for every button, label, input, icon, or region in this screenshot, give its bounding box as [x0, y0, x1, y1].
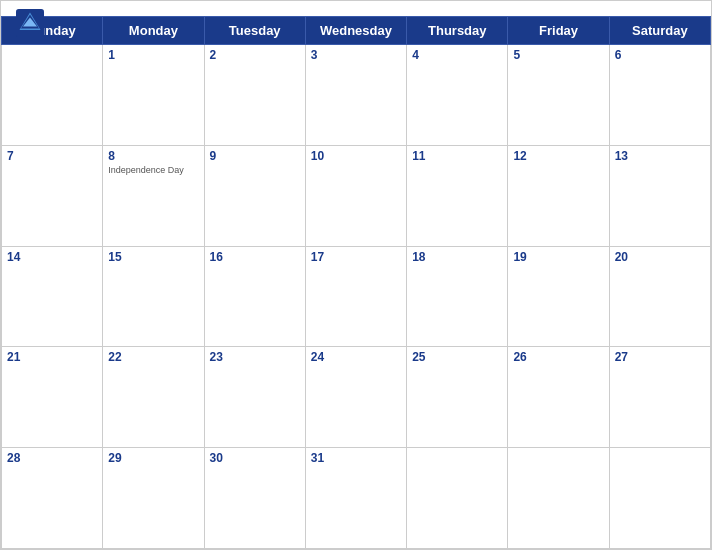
calendar-cell: 30	[204, 448, 305, 549]
calendar-cell: 10	[305, 145, 406, 246]
day-number: 8	[108, 149, 198, 163]
generalblue-logo-icon	[16, 9, 44, 37]
calendar-cell: 27	[609, 347, 710, 448]
calendar-cell: 8Independence Day	[103, 145, 204, 246]
weekday-header-wednesday: Wednesday	[305, 17, 406, 45]
calendar-cell: 20	[609, 246, 710, 347]
calendar-week-row: 28293031	[2, 448, 711, 549]
day-number: 4	[412, 48, 502, 62]
logo-area	[16, 9, 47, 37]
calendar-cell	[2, 45, 103, 146]
calendar-table: SundayMondayTuesdayWednesdayThursdayFrid…	[1, 16, 711, 549]
day-number: 9	[210, 149, 300, 163]
day-number: 5	[513, 48, 603, 62]
weekday-header-saturday: Saturday	[609, 17, 710, 45]
weekday-header-monday: Monday	[103, 17, 204, 45]
calendar-cell: 21	[2, 347, 103, 448]
calendar-cell: 13	[609, 145, 710, 246]
calendar-cell: 25	[407, 347, 508, 448]
day-number: 16	[210, 250, 300, 264]
weekday-header-thursday: Thursday	[407, 17, 508, 45]
calendar-cell: 29	[103, 448, 204, 549]
day-number: 26	[513, 350, 603, 364]
calendar-cell: 28	[2, 448, 103, 549]
calendar-cell: 19	[508, 246, 609, 347]
day-number: 18	[412, 250, 502, 264]
day-number: 12	[513, 149, 603, 163]
day-number: 22	[108, 350, 198, 364]
day-number: 11	[412, 149, 502, 163]
calendar-cell: 3	[305, 45, 406, 146]
calendar-cell: 17	[305, 246, 406, 347]
calendar-cell	[508, 448, 609, 549]
calendar-week-row: 21222324252627	[2, 347, 711, 448]
calendar-container: SundayMondayTuesdayWednesdayThursdayFrid…	[0, 0, 712, 550]
day-number: 28	[7, 451, 97, 465]
weekday-header-friday: Friday	[508, 17, 609, 45]
day-number: 2	[210, 48, 300, 62]
calendar-cell: 26	[508, 347, 609, 448]
day-number: 24	[311, 350, 401, 364]
calendar-cell: 7	[2, 145, 103, 246]
calendar-cell: 14	[2, 246, 103, 347]
calendar-cell: 31	[305, 448, 406, 549]
day-number: 7	[7, 149, 97, 163]
calendar-week-row: 78Independence Day910111213	[2, 145, 711, 246]
calendar-cell	[407, 448, 508, 549]
day-number: 19	[513, 250, 603, 264]
calendar-cell: 11	[407, 145, 508, 246]
day-number: 30	[210, 451, 300, 465]
calendar-cell: 6	[609, 45, 710, 146]
day-number: 13	[615, 149, 705, 163]
day-number: 3	[311, 48, 401, 62]
day-number: 29	[108, 451, 198, 465]
calendar-header	[1, 1, 711, 16]
day-number: 10	[311, 149, 401, 163]
day-number: 23	[210, 350, 300, 364]
day-number: 20	[615, 250, 705, 264]
calendar-cell: 24	[305, 347, 406, 448]
day-number: 14	[7, 250, 97, 264]
calendar-cell: 2	[204, 45, 305, 146]
calendar-cell	[609, 448, 710, 549]
calendar-cell: 15	[103, 246, 204, 347]
calendar-cell: 12	[508, 145, 609, 246]
weekday-header-tuesday: Tuesday	[204, 17, 305, 45]
calendar-cell: 16	[204, 246, 305, 347]
day-number: 25	[412, 350, 502, 364]
calendar-cell: 1	[103, 45, 204, 146]
calendar-cell: 5	[508, 45, 609, 146]
calendar-cell: 9	[204, 145, 305, 246]
day-number: 15	[108, 250, 198, 264]
calendar-week-row: 14151617181920	[2, 246, 711, 347]
day-number: 6	[615, 48, 705, 62]
calendar-cell: 23	[204, 347, 305, 448]
calendar-cell: 18	[407, 246, 508, 347]
calendar-week-row: 123456	[2, 45, 711, 146]
calendar-cell: 22	[103, 347, 204, 448]
weekday-header-row: SundayMondayTuesdayWednesdayThursdayFrid…	[2, 17, 711, 45]
day-number: 1	[108, 48, 198, 62]
day-number: 21	[7, 350, 97, 364]
day-number: 17	[311, 250, 401, 264]
event-label: Independence Day	[108, 165, 198, 175]
day-number: 27	[615, 350, 705, 364]
day-number: 31	[311, 451, 401, 465]
calendar-cell: 4	[407, 45, 508, 146]
